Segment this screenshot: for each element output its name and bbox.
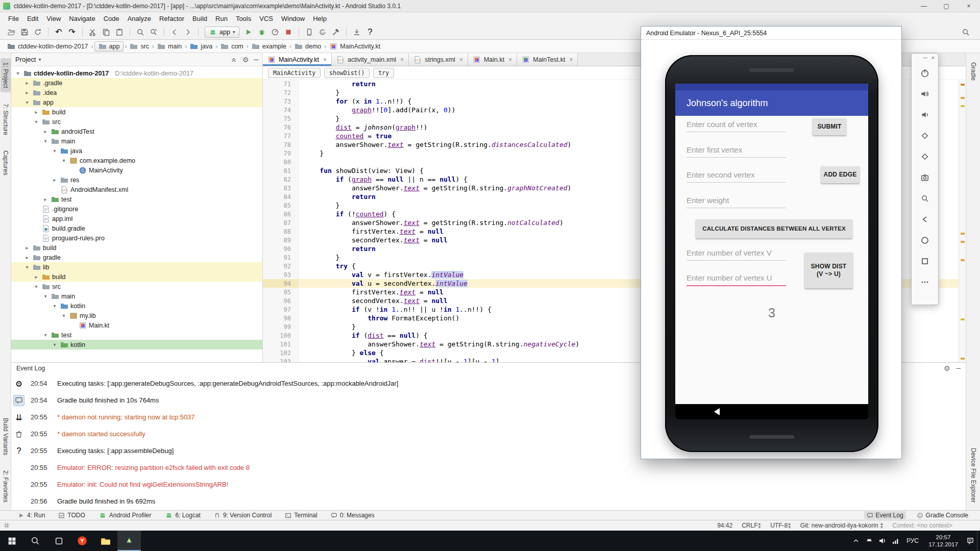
tool-stripe-1-project[interactable]: 1: Project (1, 58, 11, 92)
tree-item-java[interactable]: ▾java (11, 146, 262, 156)
tree-item-gitignore[interactable]: .gitignore (11, 204, 262, 214)
stripe-mark[interactable] (961, 233, 965, 235)
line-number[interactable]: 78 (263, 140, 299, 149)
line-number[interactable]: 76 (263, 123, 299, 132)
breadcrumb-java[interactable]: java (188, 42, 214, 51)
tree-item-androidtest[interactable]: ▸androidTest (11, 127, 262, 136)
expand-arrow-icon[interactable]: ▸ (51, 177, 58, 183)
collapse-arrow-icon[interactable]: ▾ (23, 264, 31, 270)
toolwindow-todo[interactable]: TODO (56, 511, 87, 519)
status-utf-8[interactable]: UTF-8‡ (770, 522, 791, 529)
menu-window[interactable]: Window (277, 13, 309, 24)
overview-button[interactable] (918, 254, 932, 268)
cut-button[interactable] (87, 26, 99, 38)
line-number[interactable]: 81 (263, 166, 299, 175)
line-number[interactable]: 72 (263, 88, 299, 97)
collapse-arrow-icon[interactable]: ▾ (51, 148, 58, 154)
collapse-arrow-icon[interactable]: ▾ (51, 342, 58, 347)
tree-item-my-lib[interactable]: ▾my.lib (11, 311, 262, 320)
search-everywhere-button[interactable] (960, 26, 972, 38)
zoom-button[interactable] (918, 191, 932, 206)
gradle-sync-button[interactable]: G (316, 26, 329, 38)
more-button[interactable] (918, 275, 932, 289)
line-number[interactable]: 85 (263, 201, 299, 210)
tree-item-src[interactable]: ▾src (11, 117, 262, 127)
collapse-arrow-icon[interactable]: ▾ (60, 158, 67, 163)
close-icon[interactable]: × (508, 56, 512, 63)
tab-activity-main-xml[interactable]: </>activity_main.xml× (332, 53, 409, 66)
line-number[interactable]: 103 (263, 357, 299, 362)
stripe-mark[interactable] (961, 318, 965, 320)
forward-button[interactable] (182, 26, 194, 38)
tree-item-build[interactable]: ▸build (11, 272, 262, 282)
run-config-select[interactable]: app▾ (205, 27, 239, 38)
expand-arrow-icon[interactable]: ▸ (33, 274, 40, 280)
android-w-icon[interactable] (863, 531, 876, 551)
line-number[interactable]: 91 (263, 253, 299, 262)
error-stripe[interactable] (959, 80, 966, 362)
vertex-v-input[interactable]: Enter number of vertex V (687, 248, 786, 261)
chevron-up-icon[interactable] (849, 531, 863, 551)
breadcrumb-app[interactable]: app (94, 41, 124, 52)
breadcrumb-mainactivity-kt[interactable]: MainActivity.kt (327, 42, 382, 51)
rotate-right-button[interactable] (918, 149, 932, 164)
editor-breadcrumb-mainactivity[interactable]: MainActivity (268, 68, 321, 78)
line-number[interactable]: 83 (263, 184, 299, 192)
taskbar-astudio-button[interactable] (117, 531, 141, 551)
toolwindow-switcher-icon[interactable] (3, 522, 10, 529)
second-vertex-input[interactable]: Enter second vertex (687, 170, 786, 183)
expand-arrow-icon[interactable]: ▸ (33, 109, 40, 115)
breadcrumb-com[interactable]: com (218, 42, 246, 51)
line-number[interactable]: 95 (263, 288, 299, 296)
taskbar-taskview-button[interactable] (47, 531, 70, 551)
power-button[interactable] (918, 66, 932, 80)
tool-stripe-2-favorites[interactable]: 2: Favorites (1, 466, 11, 507)
tree-item-src[interactable]: ▾src (11, 282, 262, 291)
line-number[interactable]: 97 (263, 305, 299, 314)
sdk-button[interactable] (351, 26, 363, 38)
stripe-mark[interactable] (961, 241, 965, 243)
undo-button[interactable]: ↶ (53, 26, 65, 38)
collapse-all-icon[interactable] (230, 56, 237, 63)
toolwindow-6-logcat[interactable]: 6: Logcat (162, 511, 203, 520)
paste-button[interactable] (113, 26, 126, 38)
breadcrumb-src[interactable]: src (128, 42, 151, 51)
line-number[interactable]: 89 (263, 236, 299, 244)
minimize-button[interactable]: ─ (923, 55, 927, 64)
debug-button[interactable] (256, 26, 268, 38)
editor-breadcrumb-showdist[interactable]: showDist() (324, 68, 370, 78)
clock[interactable]: 20:5717.12.2017 (923, 534, 964, 548)
taskbar-win-button[interactable] (0, 531, 23, 551)
profiler-button[interactable] (269, 26, 281, 38)
stripe-mark[interactable] (961, 358, 965, 360)
redo-button[interactable]: ↷ (66, 26, 78, 38)
volume-w-icon[interactable] (876, 531, 889, 551)
volume-down-button[interactable] (918, 108, 932, 122)
tree-item-ctddev-kotlin-demo-2017[interactable]: ▾ctddev-kotlin-demo-2017 D:\ctddev-kotli… (11, 68, 262, 78)
emulator-window-title[interactable]: Android Emulator - Nexus_6_API_25:5554 (641, 27, 901, 40)
tree-item-res[interactable]: ▸res (11, 175, 262, 185)
line-number[interactable]: 77 (263, 132, 299, 140)
line-number[interactable]: 84 (263, 192, 299, 201)
collapse-arrow-icon[interactable]: ▾ (60, 313, 67, 318)
toolwindow-event-log[interactable]: Event Log (864, 511, 906, 519)
minimize-button[interactable]: — (913, 0, 935, 12)
stripe-mark[interactable] (961, 97, 965, 99)
scroll-button[interactable]: ⇊ (13, 412, 24, 423)
wrap-button[interactable] (13, 395, 24, 406)
toolwindow-4-run[interactable]: 4: Run (15, 511, 47, 519)
count-of-vertex-input[interactable]: Enter count of vertex (687, 120, 786, 132)
tree-item-build[interactable]: ▸build (11, 107, 262, 117)
collapse-arrow-icon[interactable]: ▾ (33, 119, 40, 124)
breadcrumb-demo[interactable]: demo (292, 42, 323, 51)
close-icon[interactable]: × (323, 56, 327, 63)
volume-up-button[interactable] (918, 87, 932, 101)
toolwindow-terminal[interactable]: Terminal (282, 511, 320, 519)
line-number[interactable]: 82 (263, 175, 299, 184)
tree-item-lib[interactable]: ▾lib (11, 262, 262, 272)
collapse-arrow-icon[interactable]: ▾ (14, 70, 21, 76)
line-number[interactable]: 73 (263, 97, 299, 106)
tab-strings-xml[interactable]: </>strings.xml× (409, 53, 468, 66)
settings-gear-icon[interactable]: ⚙ (944, 364, 950, 372)
collapse-arrow-icon[interactable]: ▾ (42, 293, 49, 299)
